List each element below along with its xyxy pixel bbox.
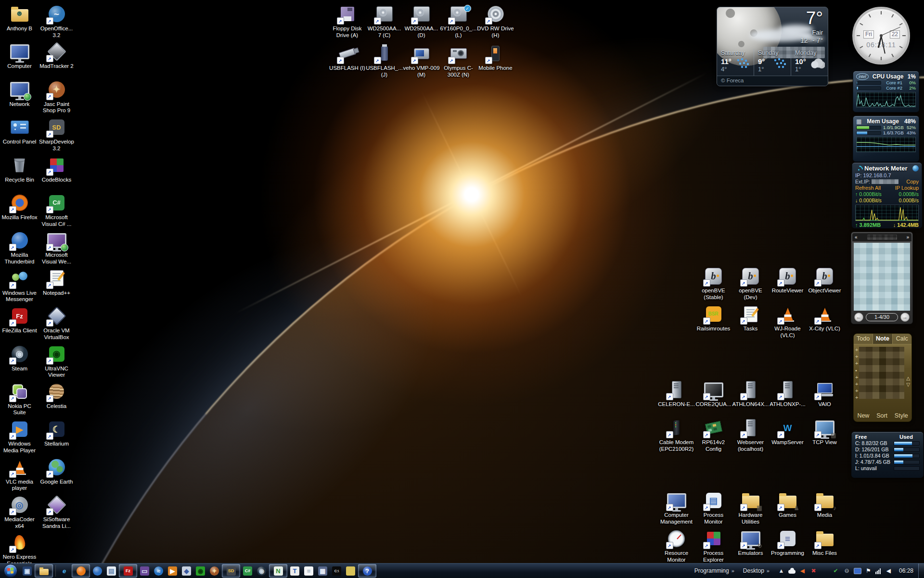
taskbar-visual-csharp[interactable]: C# (241, 565, 254, 577)
desktop-icon-mediacoder-x64[interactable]: ◎↗MediaCoder x64 (1, 494, 38, 531)
desktop-icon-openbve-stable[interactable]: b↗openBVE (Stable) (695, 265, 732, 303)
desktop-icon-athlonxp[interactable]: ↗ATHLONXP-... (769, 379, 806, 417)
taskbar-notepad-plus-plus[interactable]: N (269, 564, 287, 578)
taskbar-ultravnc[interactable]: ◉ (194, 565, 207, 577)
desktop-icon-games[interactable]: ♟↗Games (769, 489, 806, 527)
desktop-icon-athlon64x[interactable]: ↗ATHLON64X... (732, 379, 769, 417)
desktop-icon-resource-monitor[interactable]: ↗Resource Monitor (658, 527, 695, 565)
desktop-icon-wj-roade-vlc[interactable]: ↗WJ-Roade (VLC) (769, 303, 806, 341)
desktop-icon-routeviewer[interactable]: b↗RouteViewer (769, 265, 806, 303)
tray-action-center-flag-icon[interactable]: ⚑ (864, 567, 873, 575)
taskbar-help[interactable]: ? (358, 564, 376, 578)
desktop-icon-wd2500aa-d[interactable]: ↗WD2500AA... (D) (403, 3, 440, 42)
desktop-icon-programming[interactable]: ≡↗Programming (769, 527, 806, 565)
desktop-icon-jasc-paint-shop-pro-9[interactable]: ✦↗Jasc Paint Shop Pro 9 (38, 79, 75, 116)
desktop-icon-microsoft-visual-c[interactable]: C#↗Microsoft Visual C# ... (38, 192, 75, 229)
desktop-icon-ultravnc-viewer[interactable]: ◉↗UltraVNC Viewer (38, 343, 75, 381)
desktop-icon-control-panel[interactable]: Control Panel (1, 116, 38, 154)
ip-lookup-link[interactable]: IP Lookup (895, 185, 919, 191)
desktop-icon-notepad[interactable]: ↗Notepad++ (38, 267, 75, 305)
taskbar-filezilla[interactable]: Fz (119, 564, 137, 578)
desktop-icon-stellarium[interactable]: ☾↗Stellarium (38, 418, 75, 456)
slideshow-prev-page[interactable]: « (855, 235, 858, 240)
start-button[interactable] (4, 564, 17, 578)
notes-scroll-up[interactable]: △ (906, 375, 910, 381)
notes-gadget[interactable]: TodoNoteCalc +++•++++ △ ▽ NewSortStyle (853, 333, 912, 422)
desktop-icon-vaio[interactable]: ↗VAIO (806, 379, 843, 417)
clock-gadget[interactable]: Fri 22 06:28:11 (852, 7, 910, 65)
desktop-icon-openoffice-3-2[interactable]: ~↗OpenOffice... 3.2 (38, 3, 75, 40)
tray-show-hidden-icons-icon[interactable]: ▲ (777, 567, 785, 575)
taskbar-textpad[interactable]: T (288, 565, 301, 577)
taskbar-steam[interactable]: ◉ (255, 565, 268, 577)
notes-tab-note[interactable]: Note (873, 334, 892, 344)
taskbar-clock[interactable]: 06:28 (899, 567, 913, 574)
taskbar-windows-explorer[interactable] (35, 564, 53, 578)
desktop-icon-codeblocks[interactable]: ↗CodeBlocks (38, 154, 75, 192)
slideshow-back-button[interactable]: ← (854, 313, 863, 322)
desktop-icon-core2qua[interactable]: ↗CORE2QUA... (695, 379, 732, 417)
tray-sync-paused-icon[interactable]: ⊖ (843, 567, 851, 575)
notes-scroll-down[interactable]: ▽ (906, 381, 910, 388)
desktop-icon-usbflash-j[interactable]: ↗USBFLASH_... (J) (366, 42, 403, 82)
desktop-icon-openbve-dev[interactable]: b↗openBVE (Dev) (732, 265, 769, 303)
desktop-icon-celeron-e[interactable]: ↗CELERON-E... (658, 379, 695, 417)
chevron-icon[interactable]: » (767, 568, 770, 574)
taskbar-paint-shop-pro[interactable]: ✦ (208, 565, 221, 577)
desktop-icon-computer[interactable]: Computer (1, 40, 38, 78)
desktop-icon-celestia[interactable]: ↗Celestia (38, 381, 75, 418)
desktop-icon-emulators[interactable]: ↻↗Emulators (732, 527, 769, 565)
drive-meter-gadget[interactable]: Free Used C: 8.82/32 GBD: 126/201 GBI: 1… (851, 432, 924, 478)
taskbar-firefox[interactable] (72, 564, 90, 578)
taskbar-notepad[interactable]: ≡ (302, 565, 315, 577)
desktop-icon-veho-vmp-009-m[interactable]: ↗veho VMP-009 (M) (403, 42, 440, 82)
desktop-icon-wd2500aa-7-c[interactable]: ↗WD2500AA... 7 (C) (366, 3, 403, 42)
notes-action-sort[interactable]: Sort (876, 412, 887, 419)
slideshow-next-page[interactable]: » (906, 235, 909, 240)
taskbar-command-prompt[interactable]: C:\ (330, 565, 343, 577)
tray-volume-mixer-icon[interactable]: ◀ (798, 567, 807, 575)
desktop-icon-tcp-view[interactable]: ▤↗TCP View (806, 417, 843, 455)
desktop-icon-usbflash-i[interactable]: ↗USBFLASH (I) (329, 42, 366, 82)
desktop-icon-cable-modem-epc2100r2[interactable]: ↗Cable Modem (EPC2100R2) (658, 417, 695, 455)
copy-ip-link[interactable]: Copy (906, 179, 919, 184)
taskbar-internet-explorer[interactable]: e (58, 565, 71, 577)
desktop-icon-nokia-pc-suite[interactable]: ↗Nokia PC Suite (1, 381, 38, 418)
desktop-icon-oracle-vm-virtualbox[interactable]: ↗Oracle VM VirtualBox (38, 305, 75, 342)
desktop-icon-anthony-b[interactable]: ☻Anthony B (1, 3, 38, 40)
tray-network-status-icon[interactable] (875, 568, 882, 574)
memory-usage-gadget[interactable]: ▦ Mem Usage 48% 1.0/1.9GB52%1.6/3.7GB43% (853, 116, 919, 162)
desktop-icon-process-explorer[interactable]: ↗Process Explorer (695, 527, 732, 565)
notes-tab-calc[interactable]: Calc (893, 334, 911, 344)
taskbar-photo-viewer[interactable]: ▤ (105, 565, 118, 577)
notes-action-new[interactable]: New (857, 412, 869, 419)
desktop-icon-olympus-c-300z-n[interactable]: ↗Olympus C-300Z (N) (440, 42, 477, 82)
desktop-icon-steam[interactable]: ◉↗Steam (1, 343, 38, 381)
desktop-icon-windows-live-messenger[interactable]: ↗Windows Live Messenger (1, 267, 38, 305)
desktop-icon-railsimroutes[interactable]: BSR↗Railsimroutes (695, 303, 732, 341)
desktop-icon-objectviewer[interactable]: b↗ObjectViewer (806, 265, 843, 303)
desktop-icon-madtracker-2[interactable]: ↗MadTracker 2 (38, 40, 75, 78)
desktop-icon-mobile-phone[interactable]: ↗Mobile Phone (477, 42, 514, 82)
desktop-icon-sisoftware-sandra-li[interactable]: ↗SiSoftware Sandra Li... (38, 494, 75, 531)
tray-volume-icon[interactable]: ◀ (885, 567, 893, 575)
show-desktop-button[interactable] (918, 564, 924, 578)
notes-tab-todo[interactable]: Todo (854, 334, 873, 344)
tray-device-eject-error-icon[interactable]: ✖ (809, 567, 818, 575)
refresh-all-link[interactable]: Refresh All (855, 185, 881, 191)
cpu-usage-gadget[interactable]: intel CPU Usage 1% Core #10%Core #22% (853, 71, 919, 112)
desktop-icon-process-monitor[interactable]: ▤↗Process Monitor (695, 489, 732, 527)
taskbar-thunderbird[interactable] (91, 565, 104, 577)
desktop-icon-dvd-rw-drive-h[interactable]: ↗DVD RW Drive (H) (477, 3, 514, 42)
network-meter-gadget[interactable]: Network Meter IP: 192.168.0.7 Ext.IP: Co… (852, 162, 922, 228)
desktop-icon-vlc-media-player[interactable]: ↗VLC media player (1, 456, 38, 494)
chevron-icon[interactable]: » (732, 568, 734, 574)
taskbar-tag-tool[interactable] (344, 565, 357, 577)
desktop-icon-computer-management[interactable]: ↗Computer Management (658, 489, 695, 527)
weather-gadget[interactable]: 7° Fair 12° - 7° Saturday11°4°Sunday9°1°… (717, 7, 828, 86)
tray-display-adapter-icon[interactable] (854, 568, 861, 574)
desktop-icon-tasks[interactable]: ↗Tasks (732, 303, 769, 341)
desktop-icon-mozilla-firefox[interactable]: ↗Mozilla Firefox (1, 192, 38, 229)
taskbar-media-player-classic[interactable]: ▶ (166, 565, 179, 577)
slideshow-gadget[interactable]: « » ← 1-4/30 → (851, 232, 913, 324)
